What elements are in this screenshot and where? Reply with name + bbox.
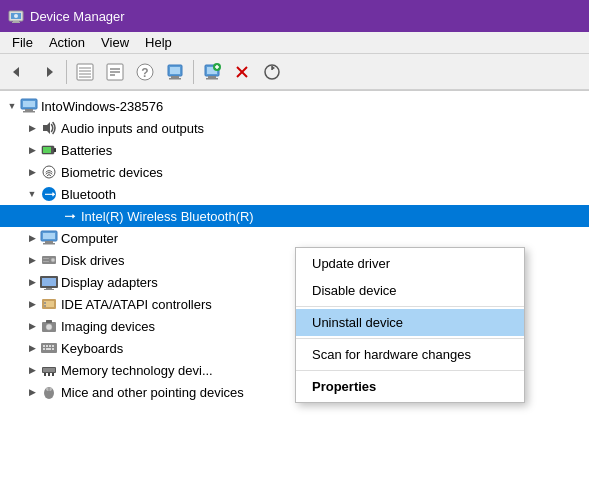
bluetooth-device-label: Intel(R) Wireless Bluetooth(R) [81,209,254,224]
svg-text:?: ? [141,66,148,80]
svg-rect-55 [46,288,52,289]
svg-rect-35 [25,109,33,111]
bluetooth-label: Bluetooth [61,187,116,202]
computer-icon [20,97,38,115]
computer-item[interactable]: ▶ Computer [0,227,589,249]
computer-expand[interactable]: ▶ [24,230,40,246]
svg-rect-70 [46,348,51,350]
bluetooth-expand[interactable]: ▼ [24,186,40,202]
keyboard-expand[interactable]: ▶ [24,340,40,356]
svg-rect-66 [46,345,48,347]
svg-rect-48 [43,243,55,245]
ide-icon [40,295,58,313]
toolbar: ? [0,54,589,90]
svg-rect-54 [42,278,56,286]
svg-rect-75 [48,373,50,376]
toolbar-sep-2 [193,60,194,84]
svg-rect-65 [43,345,45,347]
batteries-label: Batteries [61,143,112,158]
imaging-icon [40,317,58,335]
context-menu: Update driver Disable device Uninstall d… [295,247,525,403]
root-label: IntoWindows-238576 [41,99,163,114]
disk-icon [40,251,58,269]
ctx-properties[interactable]: Properties [296,373,524,400]
scan-button[interactable] [161,58,189,86]
svg-rect-68 [52,345,54,347]
svg-rect-7 [77,64,93,80]
main-content: ▼ IntoWindows-238576 ▶ Au [0,90,589,503]
device-tree: ▼ IntoWindows-238576 ▶ Au [0,91,589,503]
imaging-expand[interactable]: ▶ [24,318,40,334]
memory-label: Memory technology devi... [61,363,213,378]
menu-bar: File Action View Help [0,32,589,54]
svg-rect-19 [170,67,180,74]
update-button[interactable] [258,58,286,86]
batteries-expand[interactable]: ▶ [24,142,40,158]
svg-text:⭢: ⭢ [44,189,56,201]
bluetooth-item[interactable]: ▼ ⭢ Bluetooth [0,183,589,205]
properties-list-button[interactable] [71,58,99,86]
audio-item[interactable]: ▶ Audio inputs and outputs [0,117,589,139]
ctx-update-driver[interactable]: Update driver [296,250,524,277]
display-icon [40,273,58,291]
menu-file[interactable]: File [4,33,41,52]
svg-point-59 [44,302,46,304]
ctx-separator-3 [296,370,524,371]
menu-view[interactable]: View [93,33,137,52]
properties-button[interactable] [101,58,129,86]
computer-label: Computer [61,231,118,246]
add-button[interactable] [198,58,226,86]
biometric-expand[interactable]: ▶ [24,164,40,180]
svg-rect-39 [43,147,51,153]
memory-icon [40,361,58,379]
biometric-item[interactable]: ▶ Biometric devices [0,161,589,183]
battery-icon [40,141,58,159]
back-button[interactable] [4,58,32,86]
svg-point-4 [14,14,18,18]
svg-rect-52 [43,261,49,262]
audio-expand[interactable]: ▶ [24,120,40,136]
svg-rect-3 [12,22,20,23]
ide-expand[interactable]: ▶ [24,296,40,312]
bluetooth-icon: ⭢ [40,185,58,203]
svg-marker-5 [13,67,19,77]
forward-button[interactable] [34,58,62,86]
svg-rect-25 [206,78,218,80]
ctx-disable-device[interactable]: Disable device [296,277,524,304]
ctx-scan-hardware[interactable]: Scan for hardware changes [296,341,524,368]
biometric-label: Biometric devices [61,165,163,180]
svg-rect-56 [44,289,54,290]
mice-expand[interactable]: ▶ [24,384,40,400]
remove-button[interactable] [228,58,256,86]
display-label: Display adapters [61,275,158,290]
menu-help[interactable]: Help [137,33,180,52]
svg-point-60 [44,305,46,307]
memory-expand[interactable]: ▶ [24,362,40,378]
svg-rect-20 [171,76,179,78]
root-expand[interactable]: ▼ [4,98,20,114]
ctx-uninstall-device[interactable]: Uninstall device [296,309,524,336]
svg-point-50 [51,258,55,262]
svg-rect-24 [208,76,216,78]
batteries-item[interactable]: ▶ Batteries [0,139,589,161]
help-button[interactable]: ? [131,58,159,86]
menu-action[interactable]: Action [41,33,93,52]
bluetooth-device-item[interactable]: ⭢ Intel(R) Wireless Bluetooth(R) [0,205,589,227]
disk-expand[interactable]: ▶ [24,252,40,268]
biometric-icon [40,163,58,181]
svg-rect-21 [169,78,181,80]
toolbar-sep-1 [66,60,67,84]
tree-root[interactable]: ▼ IntoWindows-238576 [0,95,589,117]
mice-label: Mice and other pointing devices [61,385,244,400]
title-bar: Device Manager [0,0,589,32]
disk-label: Disk drives [61,253,125,268]
mouse-icon [40,383,58,401]
computer-icon2 [40,229,58,247]
display-expand[interactable]: ▶ [24,274,40,290]
ctx-separator-1 [296,306,524,307]
svg-text:⭢: ⭢ [64,211,76,223]
svg-point-62 [46,324,52,330]
svg-rect-67 [49,345,51,347]
app-icon [8,8,24,24]
window-title: Device Manager [30,9,125,24]
